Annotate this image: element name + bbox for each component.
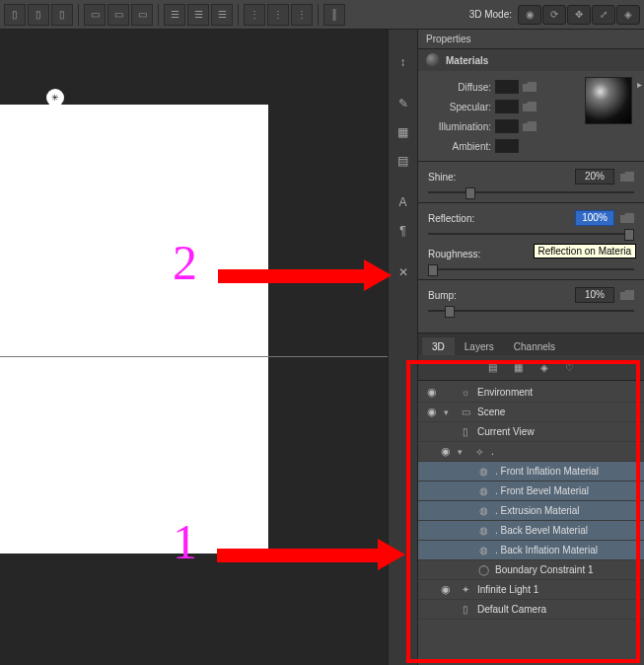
rotate-mode-icon[interactable]: ⟳ — [542, 5, 566, 25]
distribute-h2-icon[interactable]: ☰ — [187, 4, 209, 26]
distribute-h3-icon[interactable]: ☰ — [211, 4, 233, 26]
scale-mode-icon[interactable]: ⤢ — [592, 5, 615, 25]
reflection-texture-icon[interactable] — [620, 213, 634, 223]
distribute-v1-icon[interactable]: ⋮ — [244, 4, 265, 26]
expand-icon[interactable]: ▾ — [458, 447, 467, 457]
filter-material-icon[interactable]: ◈ — [537, 360, 552, 376]
specular-swatch[interactable] — [495, 100, 519, 113]
panel-tabs: 3D Layers Channels — [418, 333, 644, 355]
tree-row-scene[interactable]: ◉ ▾ ▭ Scene — [418, 403, 644, 422]
panel-3d: 3D Layers Channels ▤ ▦ ◈ ♡ ◉ ☼ Environme… — [418, 332, 644, 665]
history-panel-icon[interactable]: ↕ — [392, 49, 415, 75]
material-icon: ◍ — [475, 524, 491, 538]
spacing-icon[interactable]: ║ — [323, 4, 345, 26]
canvas-document[interactable] — [0, 105, 268, 554]
tree-row-material[interactable]: ◍ . Back Inflation Material — [418, 541, 644, 560]
illumination-texture-icon[interactable] — [523, 121, 537, 131]
visibility-toggle-icon[interactable]: ◉ — [424, 406, 440, 418]
tree-row-environment[interactable]: ◉ ☼ Environment — [418, 383, 644, 403]
properties-panel-header[interactable]: Properties — [418, 30, 644, 49]
ambient-swatch[interactable] — [495, 139, 519, 153]
tree-label: Current View — [477, 426, 535, 437]
main-area: ✳ ↕ ✎ ▦ ▤ A ¶ ✕ Properties Materials — [0, 30, 644, 665]
tree-row-current-view[interactable]: ▯ Current View — [418, 422, 644, 442]
shine-texture-icon[interactable] — [620, 172, 634, 182]
align-middle-icon[interactable]: ▭ — [107, 4, 129, 26]
divider — [238, 4, 239, 26]
tools-panel-icon[interactable]: ✕ — [392, 259, 415, 285]
orbit-mode-icon[interactable]: ◉ — [518, 5, 541, 25]
shine-value[interactable]: 20% — [575, 169, 614, 185]
preview-menu-icon[interactable]: ▸ — [634, 79, 644, 89]
reflection-value[interactable]: 100% — [575, 210, 614, 226]
illumination-label: Illumination: — [428, 121, 491, 132]
top-toolbar: ▯ ▯ ▯ ▭ ▭ ▭ ☰ ☰ ☰ ⋮ ⋮ ⋮ ║ 3D Mode: ◉ ⟳ ✥… — [0, 0, 644, 30]
distribute-v3-icon[interactable]: ⋮ — [291, 4, 313, 26]
panel-3d-toolbar: ▤ ▦ ◈ ♡ — [418, 355, 644, 381]
expand-icon[interactable]: ▾ — [444, 407, 454, 417]
light-icon: ✦ — [458, 583, 473, 597]
filter-scene-icon[interactable]: ▤ — [485, 360, 501, 376]
bump-texture-icon[interactable] — [620, 290, 634, 300]
align-left-icon[interactable]: ▯ — [4, 4, 26, 26]
diffuse-texture-icon[interactable] — [523, 82, 537, 92]
constraint-icon: ◯ — [475, 563, 491, 577]
distribute-h1-icon[interactable]: ☰ — [164, 4, 185, 26]
align-right-icon[interactable]: ▯ — [51, 4, 73, 26]
align-top-icon[interactable]: ▭ — [84, 4, 106, 26]
reflection-slider[interactable] — [428, 230, 634, 238]
visibility-toggle-icon[interactable]: ◉ — [424, 386, 440, 399]
align-center-icon[interactable]: ▯ — [28, 4, 49, 26]
tree-label: Default Camera — [477, 604, 546, 615]
shine-slider[interactable] — [428, 188, 634, 196]
tab-layers[interactable]: Layers — [455, 337, 504, 355]
tree-row-material[interactable]: ◍ . Front Bevel Material — [418, 481, 644, 501]
tree-label: Environment — [477, 387, 533, 398]
paragraph-panel-icon[interactable]: ¶ — [392, 218, 415, 244]
material-icon: ◍ — [475, 484, 491, 498]
visibility-toggle-icon[interactable]: ◉ — [438, 583, 454, 596]
bump-slider[interactable] — [428, 307, 634, 315]
tree-row-material[interactable]: ◍ . Extrusion Material — [418, 501, 644, 521]
bump-value[interactable]: 10% — [575, 287, 614, 303]
slide-mode-icon[interactable]: ◈ — [616, 5, 640, 25]
scene-tree[interactable]: ◉ ☼ Environment ◉ ▾ ▭ Scene ▯ Curr — [418, 381, 644, 665]
material-preview[interactable] — [585, 77, 632, 124]
tree-row-constraint[interactable]: ◯ Boundary Constraint 1 — [418, 560, 644, 580]
specular-label: Specular: — [428, 102, 491, 112]
canvas-guide — [0, 356, 388, 357]
material-icon: ◍ — [475, 504, 491, 518]
brush-panel-icon[interactable]: ✎ — [392, 91, 415, 116]
materials-title: Materials — [446, 55, 488, 66]
illumination-swatch[interactable] — [495, 119, 519, 133]
tree-row-mesh[interactable]: ◉ ▾ ⟡ . — [418, 442, 644, 462]
tree-row-material[interactable]: ◍ . Back Bevel Material — [418, 521, 644, 541]
tree-row-camera[interactable]: ▯ Default Camera — [418, 600, 644, 620]
tab-3d[interactable]: 3D — [422, 337, 455, 355]
visibility-toggle-icon[interactable]: ◉ — [438, 445, 454, 458]
tree-row-light[interactable]: ◉ ✦ Infinite Light 1 — [418, 580, 644, 600]
shine-label: Shine: — [428, 172, 489, 183]
filter-mesh-icon[interactable]: ▦ — [511, 360, 527, 376]
environment-icon: ☼ — [458, 386, 473, 400]
tree-label: Infinite Light 1 — [477, 584, 538, 595]
move-mode-icon[interactable]: ✥ — [567, 5, 591, 25]
tab-channels[interactable]: Channels — [504, 337, 565, 355]
tree-label: . Front Bevel Material — [495, 485, 589, 496]
character-panel-icon[interactable]: A — [392, 189, 415, 215]
diffuse-swatch[interactable] — [495, 80, 519, 94]
specular-texture-icon[interactable] — [523, 102, 537, 111]
reflection-tooltip: Reflection on Materia — [534, 244, 637, 259]
styles-panel-icon[interactable]: ▤ — [392, 148, 415, 174]
roughness-slider[interactable] — [428, 265, 634, 273]
distribute-v2-icon[interactable]: ⋮ — [267, 4, 289, 26]
filter-light-icon[interactable]: ♡ — [562, 360, 578, 376]
divider — [78, 4, 79, 26]
canvas-area[interactable]: ✳ — [0, 30, 388, 665]
canvas-3d-widget-icon[interactable]: ✳ — [46, 89, 64, 107]
swatches-panel-icon[interactable]: ▦ — [392, 119, 415, 145]
tree-row-material[interactable]: ◍ . Front Inflation Material — [418, 462, 644, 481]
tree-label: . Front Inflation Material — [495, 466, 599, 477]
align-bottom-icon[interactable]: ▭ — [131, 4, 153, 26]
camera-icon: ▯ — [458, 603, 473, 617]
